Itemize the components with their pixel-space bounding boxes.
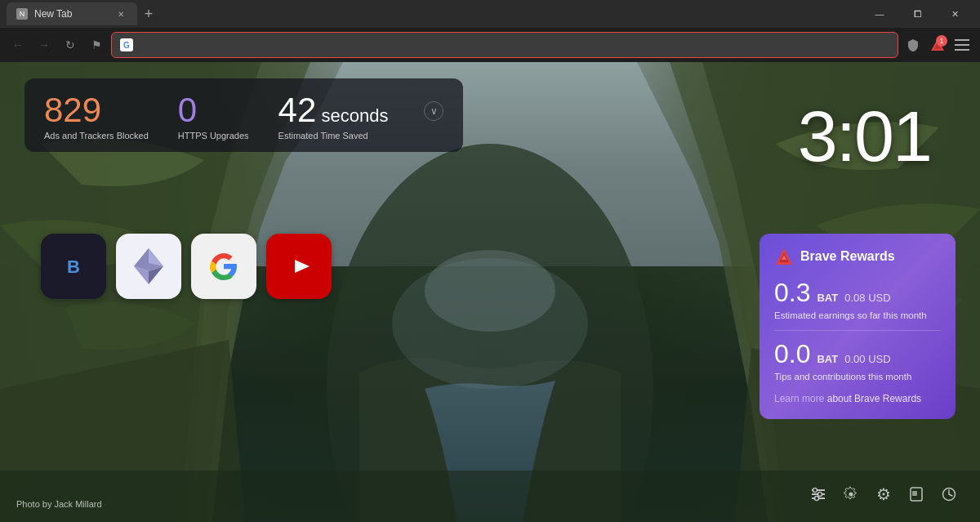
https-count: 0 bbox=[178, 93, 197, 127]
site-icon-youtube[interactable] bbox=[266, 234, 332, 299]
svg-rect-30 bbox=[912, 491, 917, 496]
browser-chrome: N New Tab ✕ + — ⧠ ✕ ← → ↻ ⚑ G bbox=[0, 0, 980, 62]
rewards-badge: 1 bbox=[936, 35, 947, 47]
rewards-tips-row: 0.0 BAT 0.00 USD Tips and contributions … bbox=[774, 339, 941, 381]
earnings-bat: BAT bbox=[817, 292, 838, 304]
svg-point-25 bbox=[813, 489, 817, 493]
time-saved-count: 42 seconds bbox=[278, 93, 389, 127]
tab-title: New Tab bbox=[34, 8, 72, 20]
tips-usd: 0.00 USD bbox=[844, 353, 890, 365]
nav-bar: ← → ↻ ⚑ G 1 bbox=[0, 28, 980, 62]
clock-display: 3:01 bbox=[798, 95, 931, 178]
ads-blocked-count: 829 bbox=[44, 93, 101, 127]
learn-more-text: about Brave Rewards bbox=[824, 393, 921, 404]
minimize-button[interactable]: — bbox=[861, 0, 898, 28]
rewards-header: Brave Rewards bbox=[774, 247, 941, 266]
rewards-learn-more: Learn more about Brave Rewards bbox=[774, 393, 941, 404]
brave-rewards-panel: Brave Rewards 0.3 BAT 0.08 USD Estimated… bbox=[760, 234, 956, 419]
stat-ads-blocked: 829 Ads and Trackers Blocked bbox=[44, 93, 149, 141]
svg-rect-3 bbox=[955, 44, 969, 46]
photo-credit: Photo by Jack Millard bbox=[16, 499, 102, 509]
window-controls: — ⧠ ✕ bbox=[861, 0, 973, 28]
earnings-usd: 0.08 USD bbox=[844, 292, 890, 304]
customize-button[interactable] bbox=[804, 480, 833, 509]
learn-more-link[interactable]: Learn more bbox=[774, 393, 824, 404]
rewards-tips-amount: 0.0 BAT 0.00 USD bbox=[774, 339, 941, 369]
ads-blocked-label: Ads and Trackers Blocked bbox=[44, 131, 149, 141]
earnings-label: Estimated earnings so far this month bbox=[774, 310, 941, 320]
close-button[interactable]: ✕ bbox=[936, 0, 973, 28]
stat-https: 0 HTTPS Upgrades bbox=[178, 93, 249, 141]
tab-bar: N New Tab ✕ + bbox=[7, 2, 861, 25]
settings-button[interactable] bbox=[836, 480, 866, 509]
svg-rect-2 bbox=[955, 39, 969, 41]
site-icon-b[interactable]: B bbox=[41, 234, 106, 299]
site-icon-eth[interactable] bbox=[116, 234, 181, 299]
stats-panel: 829 Ads and Trackers Blocked 0 HTTPS Upg… bbox=[24, 78, 463, 152]
tips-label: Tips and contributions this month bbox=[774, 372, 941, 381]
nav-right-icons: 1 bbox=[902, 33, 973, 56]
forward-button[interactable]: → bbox=[33, 33, 56, 56]
svg-point-27 bbox=[815, 497, 819, 501]
active-tab[interactable]: N New Tab ✕ bbox=[7, 2, 137, 25]
svg-rect-4 bbox=[955, 49, 969, 51]
https-label: HTTPS Upgrades bbox=[178, 131, 249, 141]
site-icon-google[interactable] bbox=[191, 234, 256, 299]
reload-button[interactable]: ↻ bbox=[59, 33, 82, 56]
time-saved-label: Estimated Time Saved bbox=[278, 131, 368, 141]
rewards-divider bbox=[774, 330, 941, 331]
rewards-title: Brave Rewards bbox=[800, 249, 895, 264]
tab-close-button[interactable]: ✕ bbox=[114, 7, 127, 20]
svg-text:B: B bbox=[67, 257, 80, 277]
bookmark-button[interactable]: ⚑ bbox=[85, 33, 108, 56]
svg-point-28 bbox=[849, 493, 853, 497]
brave-logo-icon bbox=[774, 247, 794, 266]
bottom-bar: ⚙ bbox=[804, 480, 964, 509]
svg-point-26 bbox=[818, 493, 822, 497]
tips-bat: BAT bbox=[817, 353, 838, 365]
rewards-earnings-row: 0.3 BAT 0.08 USD Estimated earnings so f… bbox=[774, 278, 941, 320]
settings-button-2[interactable]: ⚙ bbox=[869, 480, 898, 509]
new-tab-button[interactable]: + bbox=[137, 2, 160, 25]
shield-icon[interactable] bbox=[902, 33, 924, 56]
maximize-button[interactable]: ⧠ bbox=[898, 0, 936, 28]
brave-rewards-icon[interactable]: 1 bbox=[926, 33, 949, 56]
top-sites: B bbox=[41, 234, 332, 299]
menu-button[interactable] bbox=[951, 33, 973, 56]
history-button[interactable] bbox=[934, 480, 964, 509]
new-tab-page: 829 Ads and Trackers Blocked 0 HTTPS Upg… bbox=[0, 62, 980, 522]
tips-number: 0.0 bbox=[774, 339, 810, 369]
google-icon: G bbox=[120, 38, 133, 51]
title-bar: N New Tab ✕ + — ⧠ ✕ bbox=[0, 0, 980, 28]
stats-collapse-button[interactable]: ∨ bbox=[424, 101, 443, 121]
bookmark-list-button[interactable] bbox=[902, 480, 931, 509]
address-bar[interactable]: G bbox=[111, 32, 898, 58]
earnings-number: 0.3 bbox=[774, 278, 810, 308]
stat-time-saved: 42 seconds Estimated Time Saved bbox=[278, 93, 389, 141]
tab-favicon: N bbox=[16, 8, 28, 20]
rewards-earnings-amount: 0.3 BAT 0.08 USD bbox=[774, 278, 941, 308]
back-button[interactable]: ← bbox=[7, 33, 29, 56]
